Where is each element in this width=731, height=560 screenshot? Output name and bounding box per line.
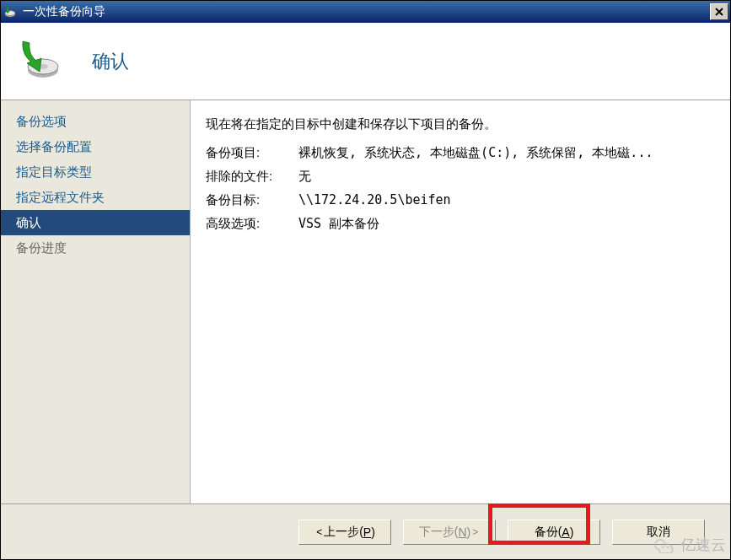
value-excluded: 无 [298,164,715,188]
cancel-button[interactable]: 取消 [612,520,705,545]
intro-text: 现在将在指定的目标中创建和保存以下项目的备份。 [206,112,715,136]
content-pane: 现在将在指定的目标中创建和保存以下项目的备份。 备份项目: 裸机恢复, 系统状态… [190,100,730,503]
next-button: 下一步(N) > [403,520,496,545]
window-title: 一次性备份向导 [23,4,710,19]
row-target: 备份目标: \\172.24.20.5\beifen [206,188,715,212]
step-confirm[interactable]: 确认 [1,210,190,235]
label-advanced: 高级选项: [206,212,298,235]
label-backup-items: 备份项目: [206,141,298,164]
step-remote-folder[interactable]: 指定远程文件夹 [1,185,190,210]
page-title: 确认 [92,49,129,74]
row-excluded: 排除的文件: 无 [206,164,715,188]
value-advanced: VSS 副本备份 [298,212,715,235]
wizard-steps-sidebar: 备份选项 选择备份配置 指定目标类型 指定远程文件夹 确认 备份进度 [1,100,190,503]
prev-button[interactable]: < 上一步(P) [298,520,391,545]
step-progress: 备份进度 [1,235,190,261]
backup-icon [14,38,62,85]
body: 备份选项 选择备份配置 指定目标类型 指定远程文件夹 确认 备份进度 现在将在指… [1,100,730,503]
titlebar[interactable]: 一次性备份向导 [1,1,730,23]
footer-buttons: < 上一步(P) 下一步(N) > 备份(A) 取消 [1,503,730,559]
chevron-right-icon: > [472,526,478,538]
chevron-left-icon: < [316,526,322,538]
close-button[interactable] [710,3,728,20]
step-select-config[interactable]: 选择备份配置 [1,134,190,159]
row-backup-items: 备份项目: 裸机恢复, 系统状态, 本地磁盘(C:), 系统保留, 本地磁... [206,141,715,164]
value-backup-items: 裸机恢复, 系统状态, 本地磁盘(C:), 系统保留, 本地磁... [298,141,715,164]
wizard-window: 一次性备份向导 确认 备份选项 选择备份配置 指定目标类型 指定远程文件夹 确认… [0,0,731,560]
backup-button[interactable]: 备份(A) [508,520,600,545]
value-target: \\172.24.20.5\beifen [298,188,715,212]
app-icon [3,4,18,19]
step-target-type[interactable]: 指定目标类型 [1,159,190,185]
label-target: 备份目标: [206,188,298,212]
header-banner: 确认 [1,23,730,100]
step-backup-options[interactable]: 备份选项 [1,109,190,134]
row-advanced: 高级选项: VSS 副本备份 [206,212,715,235]
label-excluded: 排除的文件: [206,164,298,188]
